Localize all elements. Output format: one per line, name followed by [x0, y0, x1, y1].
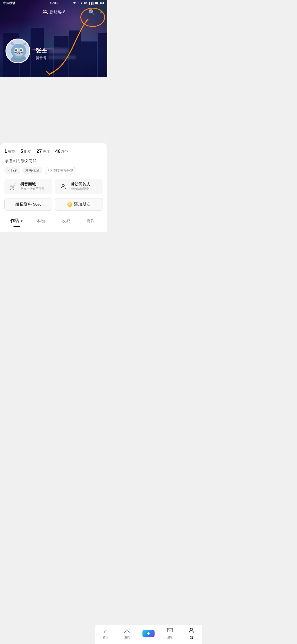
svg-point-20 — [18, 52, 20, 53]
search-icon[interactable]: 🔍 — [88, 9, 95, 15]
menu-icon[interactable]: ≡ — [100, 9, 103, 15]
tags-row: ♂ 19岁 湖南·长沙 + 添加学校等标签 — [4, 167, 103, 174]
tab-favorites[interactable]: 收藏 — [54, 215, 78, 227]
action-buttons: 编辑资料 90% ¥ 添加朋友 — [4, 198, 103, 211]
nav-right-icons: 🔍 ≡ — [88, 9, 103, 15]
coin-icon: ¥ — [67, 202, 72, 207]
likes-label: 获赞 — [8, 149, 15, 154]
followers-count: 46 — [55, 149, 61, 154]
stats-row: 1 获赞 5 朋友 27 关注 46 粉丝 — [4, 149, 103, 154]
stat-following[interactable]: 27 关注 — [37, 149, 50, 154]
profile-card: 1 获赞 5 朋友 27 关注 46 粉丝 厚德重法 崇文尚武 ♂ 19岁 — [0, 143, 107, 232]
stat-followers[interactable]: 46 粉丝 — [55, 149, 68, 154]
quick-links: 🛒 抖音商城 美好生活触手可得 常访问的人 我的访问记录 — [4, 179, 103, 194]
tag-gender-age[interactable]: ♂ 19岁 — [4, 167, 20, 174]
wifi-icon: ▲ — [80, 2, 83, 4]
shop-icon: 🛒 — [8, 182, 17, 191]
bio-text: 厚德重法 崇文尚武 — [4, 159, 103, 163]
status-bar: 中国移动 15:35 👁 ✦ ▲ 4G ▐▐▐ 64 — [0, 0, 107, 6]
signal-icon: 4G — [84, 2, 87, 4]
battery-percent: 64 — [101, 2, 104, 4]
profile-id: 抖音号: — [36, 56, 76, 61]
svg-point-18 — [16, 49, 17, 50]
male-icon: ♂ — [7, 169, 10, 173]
profile-name-area: 张仝 抖音号: — [36, 47, 76, 61]
content-tabs: 作品 ▼ 私密 收藏 喜欢 — [4, 215, 103, 227]
visitors-label: 新访客 8 — [50, 9, 65, 15]
status-icons: 👁 ✦ ▲ 4G ▐▐▐ 64 — [73, 2, 104, 5]
carrier-time: 中国移动 — [3, 1, 15, 5]
bluetooth-icon: ✦ — [77, 2, 79, 4]
svg-point-17 — [20, 49, 21, 50]
avatar[interactable] — [6, 39, 30, 63]
profile-avatar-area — [6, 39, 30, 63]
svg-point-16 — [15, 49, 16, 50]
add-friend-button[interactable]: ¥ 添加朋友 — [55, 198, 103, 211]
status-time: 15:35 — [50, 1, 57, 5]
top-navigation: 新访客 8 🔍 ≡ — [0, 6, 107, 18]
visitors-text: 常访问的人 我的访问记录 — [71, 182, 90, 191]
tab-works[interactable]: 作品 ▼ — [4, 215, 29, 227]
svg-point-25 — [62, 184, 64, 187]
stat-friends[interactable]: 5 朋友 — [20, 149, 31, 154]
id-blur — [48, 56, 76, 59]
tab-dropdown-icon: ▼ — [20, 220, 23, 223]
tag-location[interactable]: 湖南·长沙 — [23, 167, 42, 174]
signal-bars: ▐▐▐ — [88, 2, 94, 4]
battery-indicator — [95, 2, 100, 4]
eye-icon: 👁 — [73, 2, 76, 5]
following-count: 27 — [37, 149, 42, 154]
shop-link[interactable]: 🛒 抖音商城 美好生活触手可得 — [4, 179, 52, 194]
following-label: 关注 — [43, 149, 50, 154]
person-icon — [59, 182, 68, 191]
likes-count: 1 — [4, 149, 7, 154]
friends-label: 朋友 — [24, 149, 31, 154]
shop-subtitle: 美好生活触手可得 — [20, 187, 45, 191]
avatar-image — [6, 39, 30, 63]
followers-label: 粉丝 — [61, 149, 68, 154]
visitors-subtitle: 我的访问记录 — [71, 187, 90, 191]
tag-add-button[interactable]: + 添加学校等标签 — [45, 167, 76, 174]
friends-count: 5 — [20, 149, 23, 154]
visitors-link[interactable]: 常访问的人 我的访问记录 — [55, 179, 103, 194]
profile-name: 张仝 — [36, 47, 76, 54]
tab-private[interactable]: 私密 — [29, 215, 54, 227]
visitors-icon — [42, 10, 48, 15]
tab-liked[interactable]: 喜欢 — [78, 215, 103, 227]
hero-section: 中国移动 15:35 👁 ✦ ▲ 4G ▐▐▐ 64 — [0, 0, 107, 77]
visitors-title: 常访问的人 — [71, 182, 90, 187]
shop-text: 抖音商城 美好生活触手可得 — [20, 182, 45, 191]
edit-profile-button[interactable]: 编辑资料 90% — [4, 198, 52, 211]
stat-likes[interactable]: 1 获赞 — [4, 149, 15, 154]
visitors-button[interactable]: 新访客 8 — [42, 9, 65, 15]
name-blur — [49, 48, 68, 54]
shop-title: 抖音商城 — [20, 182, 45, 187]
svg-point-19 — [21, 49, 22, 50]
